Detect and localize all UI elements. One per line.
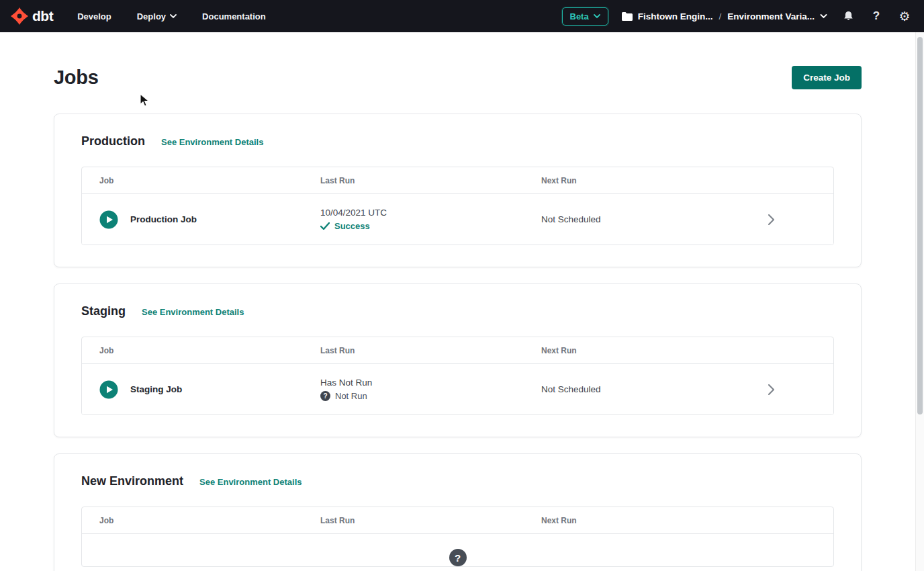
jobs-table: Job Last Run Next Run ? (81, 507, 834, 567)
vertical-scrollbar (915, 32, 924, 571)
breadcrumb-separator: / (719, 11, 721, 21)
app-window: dbt Develop Deploy Documentation Beta (0, 0, 924, 571)
jobs-table: Job Last Run Next Run Staging Job Has No… (81, 337, 834, 415)
table-header-row: Job Last Run Next Run (82, 337, 833, 364)
column-header-last-run: Last Run (320, 346, 541, 355)
nav-item-documentation[interactable]: Documentation (202, 11, 266, 21)
see-environment-details-link[interactable]: See Environment Details (142, 307, 244, 317)
status-label: Success (334, 221, 370, 231)
environment-header: Production See Environment Details (81, 134, 834, 148)
see-environment-details-link[interactable]: See Environment Details (161, 137, 263, 147)
empty-state: ? (82, 534, 833, 566)
project-name: Environment Varia... (727, 11, 815, 21)
nav-item-label: Develop (77, 11, 111, 21)
chevron-down-icon (594, 14, 600, 19)
folder-icon (622, 12, 633, 21)
primary-nav: Develop Deploy Documentation (77, 11, 266, 21)
account-crumb[interactable]: Fishtown Engin... (622, 11, 713, 21)
environment-card-production: Production See Environment Details Job L… (54, 114, 862, 267)
last-run-date: 10/04/2021 UTC (320, 208, 541, 218)
navbar-right: Beta Fishtown Engin... / Environment Var… (562, 7, 913, 26)
brand-text: dbt (32, 8, 53, 24)
table-header-row: Job Last Run Next Run (82, 507, 833, 534)
column-header-job: Job (99, 176, 320, 185)
breadcrumb: Fishtown Engin... / Environment Varia... (622, 11, 827, 21)
help-icon[interactable]: ? (869, 9, 884, 24)
last-run-cell: Has Not Run ? Not Run (320, 378, 541, 401)
question-icon: ? (320, 391, 330, 401)
chevron-right-icon[interactable] (768, 214, 774, 225)
question-icon: ? (449, 549, 467, 566)
beta-label: Beta (570, 11, 589, 21)
run-job-play-icon[interactable] (99, 380, 118, 399)
environment-card-new-environment: New Environment See Environment Details … (54, 453, 862, 571)
column-header-job: Job (99, 346, 320, 355)
run-job-play-icon[interactable] (99, 210, 118, 229)
chevron-down-icon (170, 14, 177, 19)
see-environment-details-link[interactable]: See Environment Details (199, 477, 302, 487)
main-content: Jobs Create Job Production See Environme… (0, 32, 924, 571)
nav-item-label: Documentation (202, 11, 266, 21)
environment-card-staging: Staging See Environment Details Job Last… (54, 283, 862, 437)
nav-item-label: Deploy (137, 11, 166, 21)
next-run-cell: Not Scheduled (541, 214, 733, 224)
nav-item-develop[interactable]: Develop (77, 11, 111, 21)
notifications-bell-icon[interactable] (841, 9, 856, 24)
last-run-cell: 10/04/2021 UTC Success (320, 208, 541, 231)
project-crumb[interactable]: Environment Varia... (727, 11, 827, 21)
jobs-table: Job Last Run Next Run Production Job 10/… (81, 167, 834, 245)
column-header-next-run: Next Run (541, 516, 733, 525)
scrollbar-thumb[interactable] (917, 37, 923, 414)
last-run-date: Has Not Run (320, 378, 541, 388)
account-name: Fishtown Engin... (638, 11, 713, 21)
next-run-cell: Not Scheduled (541, 384, 733, 394)
column-header-next-run: Next Run (541, 176, 733, 185)
environment-header: Staging See Environment Details (81, 304, 834, 318)
environment-name: New Environment (81, 474, 183, 488)
table-row-staging-job[interactable]: Staging Job Has Not Run ? Not Run Not Sc… (82, 364, 833, 414)
table-row-production-job[interactable]: Production Job 10/04/2021 UTC Success No… (82, 194, 833, 245)
page-header: Jobs Create Job (54, 66, 862, 89)
status-badge: ? Not Run (320, 391, 541, 401)
gear-icon[interactable]: ⚙ (897, 9, 912, 24)
create-job-button[interactable]: Create Job (792, 66, 862, 89)
environment-name: Staging (81, 304, 126, 318)
nav-item-deploy[interactable]: Deploy (137, 11, 177, 21)
column-header-last-run: Last Run (320, 176, 541, 185)
page-title: Jobs (54, 67, 99, 89)
beta-badge[interactable]: Beta (562, 7, 608, 26)
column-header-next-run: Next Run (541, 346, 733, 355)
table-header-row: Job Last Run Next Run (82, 167, 833, 194)
environment-name: Production (81, 134, 145, 148)
check-icon (320, 222, 330, 230)
chevron-down-icon (820, 14, 827, 19)
chevron-right-icon[interactable] (768, 384, 774, 395)
status-label: Not Run (335, 391, 367, 401)
top-navbar: dbt Develop Deploy Documentation Beta (0, 0, 924, 32)
job-name: Production Job (130, 214, 197, 224)
status-badge: Success (320, 221, 541, 231)
dbt-flame-icon (11, 7, 28, 25)
dbt-logo[interactable]: dbt (11, 7, 53, 25)
column-header-last-run: Last Run (320, 516, 541, 525)
column-header-job: Job (99, 516, 320, 525)
environment-header: New Environment See Environment Details (81, 474, 834, 488)
job-name: Staging Job (130, 384, 182, 394)
